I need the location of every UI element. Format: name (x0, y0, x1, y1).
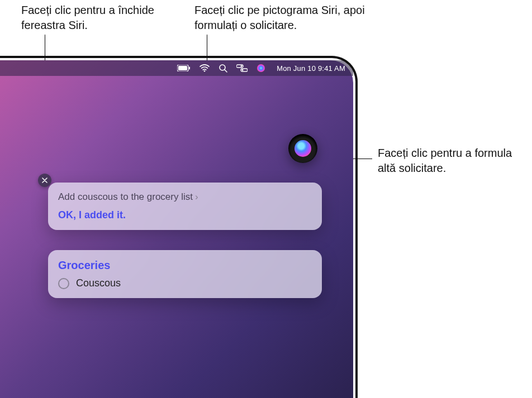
reminders-list-title: Groceries (58, 259, 312, 272)
siri-request-row[interactable]: Add couscous to the grocery list › (58, 191, 312, 203)
checkbox-unchecked-icon[interactable] (58, 278, 69, 289)
search-icon[interactable] (218, 64, 227, 73)
reminders-list-card[interactable]: Groceries Couscous (48, 250, 322, 298)
svg-line-5 (225, 70, 227, 72)
callout-close: Faceți clic pentru a închide fereastra S… (21, 3, 189, 33)
desktop-wallpaper: Mon Jun 10 9:41 AM Add couscous to the g… (0, 60, 353, 398)
device-frame: Mon Jun 10 9:41 AM Add couscous to the g… (0, 56, 358, 398)
siri-orb-button[interactable] (288, 134, 317, 163)
close-button[interactable] (38, 174, 51, 187)
list-item[interactable]: Couscous (58, 277, 312, 289)
battery-icon[interactable] (177, 65, 191, 71)
wifi-icon[interactable] (200, 64, 210, 72)
callout-siri-orb: Faceți clic pentru a formula altă solici… (378, 146, 523, 176)
menu-bar-datetime[interactable]: Mon Jun 10 9:41 AM (277, 64, 345, 73)
siri-response-card: Add couscous to the grocery list › OK, I… (48, 183, 322, 230)
close-icon (42, 178, 48, 183)
control-center-icon[interactable] (236, 64, 248, 72)
svg-point-3 (204, 70, 206, 72)
siri-orb-icon (294, 140, 311, 157)
menu-bar: Mon Jun 10 9:41 AM (0, 60, 353, 76)
list-item-label: Couscous (76, 277, 121, 289)
svg-point-10 (257, 64, 265, 72)
siri-confirmation-text: OK, I added it. (58, 209, 312, 221)
svg-point-7 (241, 65, 243, 67)
svg-rect-1 (178, 66, 187, 70)
chevron-right-icon: › (195, 191, 198, 203)
svg-point-9 (242, 69, 244, 71)
callout-menubar-siri: Faceți clic pe pictograma Siri, apoi for… (194, 3, 373, 33)
svg-rect-2 (189, 67, 190, 70)
siri-request-text: Add couscous to the grocery list (58, 191, 193, 203)
siri-menubar-icon[interactable] (256, 64, 265, 73)
